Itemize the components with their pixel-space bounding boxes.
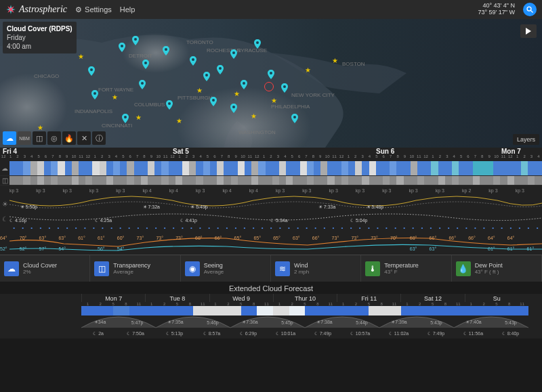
precip-dot: • <box>231 225 240 234</box>
precip-dot: • <box>480 225 488 234</box>
precip-dot: • <box>72 225 81 234</box>
precip-dot: • <box>347 225 356 234</box>
location-pin[interactable] <box>268 70 274 79</box>
star-marker[interactable]: ★ <box>136 114 142 121</box>
precip-dot: • <box>178 225 187 234</box>
precip-dot: • <box>506 225 515 234</box>
star-marker[interactable]: ★ <box>196 87 203 94</box>
gear-icon: ⚙ <box>75 5 82 14</box>
app-name: Astrospheric <box>19 4 67 15</box>
location-pin[interactable] <box>241 80 247 89</box>
svg-point-10 <box>205 74 208 77</box>
map-tool-smoke[interactable]: ◫ <box>33 131 46 145</box>
precip-dot: • <box>400 225 409 234</box>
transparency-row[interactable]: ◫ <box>0 176 542 186</box>
location-pin[interactable] <box>291 114 298 123</box>
metric-dew-point[interactable]: 💧 Dew Point43° F ( ft ) <box>452 255 542 282</box>
city-label: BOSTON <box>342 61 365 67</box>
star-marker[interactable]: ★ <box>305 66 311 74</box>
extended-forecast: Mon 7Tue 8Wed 9Thur 10Fri 11Sat 12Su 125… <box>0 294 542 339</box>
extended-cloud-row[interactable] <box>81 306 528 315</box>
precip-dot: • <box>267 225 276 234</box>
star-marker[interactable]: ★ <box>234 90 240 97</box>
precip-dot: • <box>426 225 435 234</box>
precip-dot: • <box>356 225 364 234</box>
location-pin[interactable] <box>132 36 139 45</box>
wind-icon: ≋ <box>275 261 290 276</box>
map-tool-fire[interactable]: 🔥 <box>62 131 76 145</box>
layer-title: Cloud Cover (RDPS) <box>7 24 72 33</box>
precip-dot: • <box>497 225 506 234</box>
location-pin[interactable] <box>281 83 288 93</box>
location-pin[interactable] <box>91 90 98 100</box>
cloud-overlay <box>0 73 68 141</box>
star-marker[interactable]: ★ <box>176 117 182 125</box>
location-pin[interactable] <box>230 104 237 113</box>
svg-point-19 <box>212 99 215 102</box>
location-pin[interactable] <box>230 49 237 59</box>
droplet-icon: 💧 <box>456 261 471 276</box>
precip-dot: • <box>45 225 54 234</box>
coordinates-display: 40° 43' 4" N 73° 59' 17" W <box>478 3 515 16</box>
location-pin[interactable] <box>190 56 196 66</box>
play-button[interactable] <box>520 24 537 38</box>
precip-dot: • <box>337 225 346 234</box>
thermometer-icon: 🌡 <box>365 261 380 276</box>
map-tool-aurora[interactable]: ◎ <box>47 131 61 145</box>
settings-button[interactable]: ⚙ Settings <box>75 5 112 14</box>
map-tool-cloud[interactable]: ☁ <box>3 131 16 145</box>
target-location-marker[interactable] <box>264 82 274 91</box>
metric-cloud-cover[interactable]: ☁ Cloud Cover2% <box>0 255 90 282</box>
metric-wind[interactable]: ≋ Wind2 mph <box>271 255 361 282</box>
transparency-icon: ◫ <box>0 177 9 184</box>
city-label: DETROIT <box>129 53 152 59</box>
location-pin[interactable] <box>122 114 129 123</box>
header: Astrospheric ⚙ Settings Help 40° 43' 4" … <box>0 0 542 19</box>
star-marker[interactable]: ★ <box>37 124 43 131</box>
city-label: PHILADELPHIA <box>271 104 310 110</box>
extended-day: Su <box>465 294 528 302</box>
location-pin[interactable] <box>119 43 125 52</box>
kp-index-row: kp 3kp 3kp 3kp 3kp 3kp 4kp 4kp 3kp 4kp 4… <box>0 186 542 195</box>
timeline-day: Mon 7 <box>501 148 521 155</box>
search-button[interactable] <box>523 3 537 16</box>
extended-day: Tue 8 <box>145 294 209 302</box>
sun-icon: ☀ <box>0 200 9 208</box>
metric-transparency[interactable]: ◫ TransparencyAverage <box>90 255 180 282</box>
help-button[interactable]: Help <box>120 5 136 14</box>
star-marker[interactable]: ★ <box>78 53 84 60</box>
map-tool-info[interactable]: ⓘ <box>92 131 106 145</box>
location-pin[interactable] <box>217 65 224 74</box>
precip-dot: • <box>89 225 98 234</box>
location-pin[interactable] <box>142 60 149 69</box>
precip-dot: • <box>391 225 400 234</box>
cloud-cover-row[interactable]: ☁ <box>0 161 542 176</box>
map-tool-nbm[interactable]: NBM <box>18 131 31 145</box>
metric-temperature[interactable]: 🌡 Temperature43° F <box>361 255 451 282</box>
svg-point-17 <box>270 72 272 74</box>
precip-dot: • <box>409 225 417 234</box>
star-marker[interactable]: ★ <box>112 93 118 101</box>
precip-dot: • <box>320 225 329 234</box>
location-pin[interactable] <box>254 39 261 49</box>
location-pin[interactable] <box>166 100 173 110</box>
svg-point-12 <box>232 51 235 54</box>
location-pin[interactable] <box>88 66 95 76</box>
star-marker[interactable]: ★ <box>251 112 257 120</box>
precip-dot: • <box>116 225 125 234</box>
svg-point-14 <box>243 82 245 85</box>
location-pin[interactable] <box>163 46 169 56</box>
location-pin[interactable] <box>203 72 210 81</box>
star-marker[interactable]: ★ <box>271 97 277 104</box>
star-marker[interactable]: ★ <box>332 57 338 64</box>
precip-dot: • <box>462 225 471 234</box>
extended-sun-row: ☀34a5:47p☀7:35a5:46p☀7:36a5:45p☀7:38a5:4… <box>81 315 528 329</box>
weather-map[interactable]: Cloud Cover (RDPS) Friday 4:00 am CHICAG… <box>0 19 542 148</box>
svg-point-7 <box>168 102 171 105</box>
svg-point-8 <box>93 92 96 95</box>
map-tool-crosshair[interactable]: ✕ <box>77 131 91 145</box>
layers-button[interactable]: Layers <box>513 134 539 145</box>
location-pin[interactable] <box>210 97 217 106</box>
location-pin[interactable] <box>139 80 146 89</box>
metric-seeing[interactable]: ◉ SeeingAverage <box>181 255 271 282</box>
